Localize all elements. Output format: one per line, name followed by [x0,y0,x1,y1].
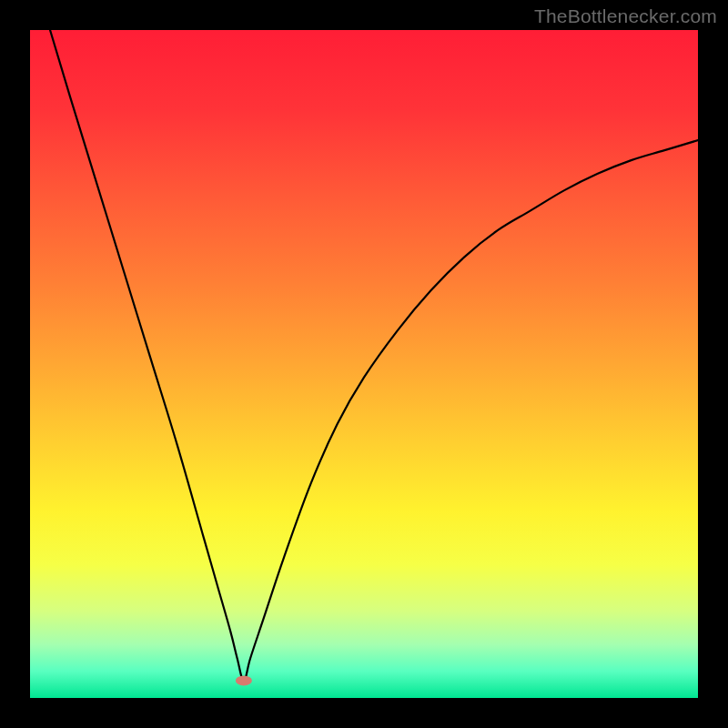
chart-svg [30,30,698,698]
attribution-text: TheBottlenecker.com [534,5,717,27]
minimum-marker [236,675,252,685]
chart-frame: TheBottlenecker.com [0,0,728,728]
plot-area [30,30,698,698]
chart-background [30,30,698,698]
